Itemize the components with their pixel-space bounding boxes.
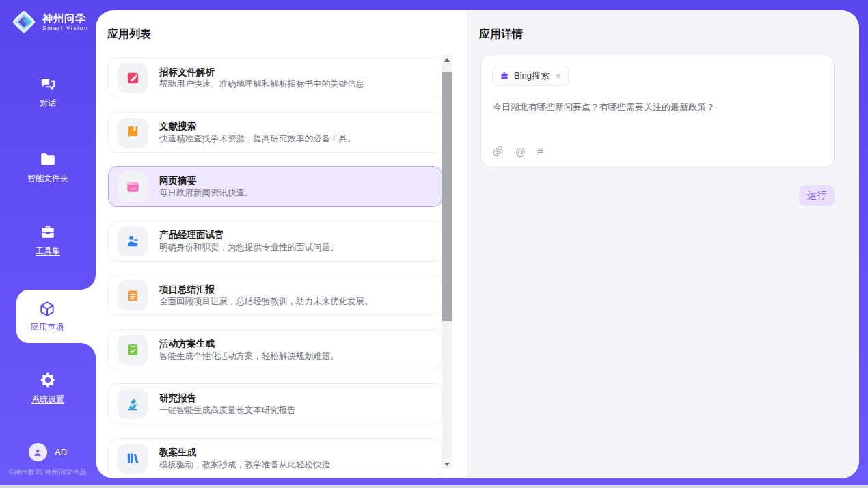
content-area: 应用列表 招标文件解析帮助用户快速、准确地理解和解析招标书中的关键信息文献搜索快… — [96, 10, 859, 478]
cube-icon — [38, 300, 56, 318]
chat-icon — [39, 75, 57, 93]
at-icon[interactable]: @ — [515, 146, 526, 157]
app-card-list: 招标文件解析帮助用户快速、准确地理解和解析招标书中的关键信息文献搜索快速精准查找… — [108, 57, 442, 478]
brand-name: 神州问学 — [42, 12, 88, 24]
app-card-description: 一键智能生成高质量长文本研究报告 — [159, 406, 296, 415]
app-card-title: 产品经理面试官 — [159, 230, 339, 240]
pen-square-icon — [118, 63, 148, 93]
app-card-description: 智能生成个性化活动方案，轻松解决规划难题。 — [159, 352, 339, 361]
gear-icon — [39, 371, 57, 389]
app-card[interactable]: </>网页摘要每日政府新闻资讯快查。 — [108, 166, 442, 207]
sidebar-item-toolset[interactable]: 工具集 — [0, 223, 96, 257]
app-card[interactable]: 教案生成模板驱动，教案秒成，教学准备从此轻松快捷 — [108, 438, 442, 479]
scrollbar-thumb[interactable] — [442, 72, 452, 321]
tool-chip-label: Bing搜索 — [514, 70, 550, 82]
brand-logo-icon — [11, 9, 37, 35]
app-card-description: 明确身份和职责，为您提供专业性的面试问题。 — [159, 243, 339, 252]
book-icon — [118, 118, 148, 148]
sidebar-item-label: 对话 — [40, 98, 56, 109]
app-card-description: 帮助用户快速、准确地理解和解析招标书中的关键信息 — [159, 80, 364, 89]
paperclip-icon[interactable] — [493, 146, 504, 157]
composer-card[interactable]: Bing搜索 × 今日湖北有哪些新闻要点？有哪些需要关注的最新政策？ @# — [480, 55, 835, 167]
sidebar-item-app-market[interactable]: 应用市场 — [16, 290, 96, 343]
user-chip[interactable]: AD — [0, 443, 96, 461]
copyright-text: ©神州数码·神州问学出品 — [0, 467, 96, 477]
app-card-title: 项目总结汇报 — [159, 285, 373, 295]
close-icon[interactable]: × — [556, 72, 561, 81]
app-list-title: 应用列表 — [107, 27, 151, 42]
sidebar-item-settings[interactable]: 系统设置 — [0, 371, 96, 405]
app-detail-panel: 应用详情 Bing搜索 × 今日湖北有哪些新闻要点？有哪些需要关注的最新政策？ … — [467, 10, 859, 478]
sidebar-item-label: 系统设置 — [31, 394, 64, 405]
app-card-title: 招标文件解析 — [159, 68, 364, 77]
app-card[interactable]: 文献搜索快速精准查找学术资源，提高研究效率的必备工具。 — [108, 112, 442, 153]
app-card[interactable]: 活动方案生成智能生成个性化活动方案，轻松解决规划难题。 — [108, 329, 442, 370]
tab-curve-bottom — [81, 343, 96, 358]
microscope-icon — [118, 389, 148, 419]
app-card-title: 网页摘要 — [159, 176, 254, 186]
list-scrollbar[interactable] — [442, 55, 452, 469]
app-card[interactable]: 招标文件解析帮助用户快速、准确地理解和解析招标书中的关键信息 — [108, 57, 442, 98]
briefcase-icon — [500, 71, 509, 81]
sidebar-item-chat[interactable]: 对话 — [0, 75, 96, 109]
app-card-title: 教案生成 — [159, 448, 330, 457]
query-text[interactable]: 今日湖北有哪些新闻要点？有哪些需要关注的最新政策？ — [493, 101, 823, 113]
svg-text:</>: </> — [129, 185, 137, 190]
sidebar-item-label: 智能文件夹 — [27, 173, 68, 185]
avatar — [29, 443, 47, 461]
app-card[interactable]: 研究报告一键智能生成高质量长文本研究报告 — [108, 383, 442, 424]
brand-subtitle: Smart Vision — [42, 25, 88, 31]
app-detail-title: 应用详情 — [479, 27, 523, 42]
sidebar-item-label: 应用市场 — [31, 321, 64, 333]
app-card-title: 文献搜索 — [159, 122, 356, 131]
app-card-description: 快速精准查找学术资源，提高研究效率的必备工具。 — [159, 135, 356, 144]
interviewer-icon — [118, 226, 148, 256]
app-card-description: 全面回顾项目进展，总结经验教训，助力未来优化发展。 — [159, 297, 373, 306]
app-card-title: 研究报告 — [159, 394, 296, 403]
scrollbar-down-icon[interactable] — [442, 459, 452, 469]
browser-code-icon: </> — [118, 172, 148, 202]
notepad-icon — [118, 280, 148, 310]
toolbox-icon — [39, 223, 57, 241]
app-card-title: 活动方案生成 — [159, 339, 339, 349]
user-label: AD — [55, 447, 67, 457]
books-icon — [118, 444, 148, 474]
brand: 神州问学 Smart Vision — [11, 9, 88, 35]
clipboard-check-icon — [118, 335, 148, 365]
scrollbar-up-icon[interactable] — [442, 55, 452, 64]
folder-icon — [39, 150, 57, 168]
tool-chip[interactable]: Bing搜索 × — [492, 66, 569, 86]
hash-icon[interactable]: # — [537, 146, 543, 157]
app-card-description: 每日政府新闻资讯快查。 — [159, 189, 254, 198]
run-button[interactable]: 运行 — [799, 185, 835, 206]
app-card-description: 模板驱动，教案秒成，教学准备从此轻松快捷 — [159, 461, 330, 470]
sidebar-item-smart-folder[interactable]: 智能文件夹 — [0, 150, 96, 185]
app-card[interactable]: 产品经理面试官明确身份和职责，为您提供专业性的面试问题。 — [108, 221, 442, 262]
tab-curve-top — [81, 275, 96, 290]
app-card[interactable]: 项目总结汇报全面回顾项目进展，总结经验教训，助力未来优化发展。 — [108, 275, 442, 316]
composer-toolbar: @# — [493, 146, 543, 157]
sidebar: 神州问学 Smart Vision 对话智能文件夹工具集应用市场系统设置 AD … — [0, 0, 96, 485]
bottom-edge-strip — [0, 485, 868, 488]
sidebar-item-label: 工具集 — [36, 245, 60, 257]
